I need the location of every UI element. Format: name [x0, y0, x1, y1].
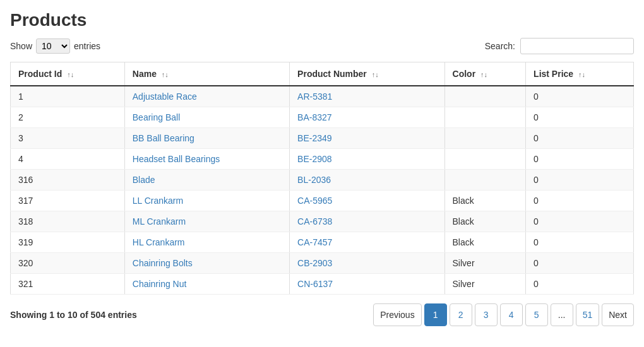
table-row: 316BladeBL-20360	[11, 170, 634, 191]
cell-product-id: 2	[11, 107, 125, 128]
cell-name[interactable]: ML Crankarm	[124, 211, 289, 232]
product-name-link[interactable]: Chainring Nut	[133, 279, 187, 289]
cell-product-id: 316	[11, 170, 125, 191]
product-number-link[interactable]: CA-7457	[297, 237, 332, 247]
product-number-link[interactable]: BL-2036	[297, 175, 331, 185]
product-name-link[interactable]: Blade	[133, 175, 155, 185]
showing-info: Showing 1 to 10 of 504 entries	[10, 310, 137, 320]
col-header-color[interactable]: Color ↑↓	[444, 62, 526, 86]
search-input[interactable]	[520, 38, 634, 54]
sort-icon-product-number: ↑↓	[372, 71, 379, 78]
product-number-link[interactable]: CA-5965	[297, 196, 332, 206]
product-number-link[interactable]: BE-2908	[297, 154, 331, 164]
table-row: 317LL CrankarmCA-5965Black0	[11, 191, 634, 211]
product-number-link[interactable]: CN-6137	[297, 279, 333, 289]
table-row: 3BB Ball BearingBE-23490	[11, 128, 634, 149]
cell-product-number[interactable]: CB-2903	[290, 253, 444, 274]
col-label-product-number: Product Number	[297, 69, 367, 79]
page-title: Products	[10, 10, 634, 30]
sort-icon-product-id: ↑↓	[67, 71, 74, 78]
table-row: 4Headset Ball BearingsBE-29080	[11, 149, 634, 170]
entries-select[interactable]: 10 25 50 100	[36, 38, 70, 54]
showing-suffix: entries	[108, 310, 137, 320]
cell-product-number[interactable]: CN-6137	[290, 274, 444, 295]
page-51-button[interactable]: 51	[576, 303, 600, 326]
cell-product-number[interactable]: CA-5965	[290, 191, 444, 211]
col-label-list-price: List Price	[534, 69, 573, 79]
ellipsis-button: ...	[551, 303, 573, 326]
entries-label: entries	[74, 41, 100, 51]
col-header-list-price[interactable]: List Price ↑↓	[526, 62, 634, 86]
page-4-button[interactable]: 4	[500, 303, 523, 326]
cell-product-number[interactable]: BL-2036	[290, 170, 444, 191]
page-3-button[interactable]: 3	[475, 303, 498, 326]
products-table: Product Id ↑↓ Name ↑↓ Product Number ↑↓ …	[10, 62, 634, 295]
product-number-link[interactable]: BE-2349	[297, 133, 331, 143]
col-header-product-id[interactable]: Product Id ↑↓	[11, 62, 125, 86]
product-name-link[interactable]: Chainring Bolts	[133, 258, 193, 268]
col-header-name[interactable]: Name ↑↓	[124, 62, 289, 86]
cell-name[interactable]: Headset Ball Bearings	[124, 149, 289, 170]
table-header-row: Product Id ↑↓ Name ↑↓ Product Number ↑↓ …	[11, 62, 634, 86]
search-label: Search:	[485, 41, 515, 51]
product-name-link[interactable]: Bearing Ball	[133, 112, 181, 122]
cell-name[interactable]: Bearing Ball	[124, 107, 289, 128]
table-row: 2Bearing BallBA-83270	[11, 107, 634, 128]
cell-color: Black	[444, 232, 526, 253]
cell-list-price: 0	[526, 149, 634, 170]
cell-product-number[interactable]: CA-6738	[290, 211, 444, 232]
cell-name[interactable]: Adjustable Race	[124, 86, 289, 107]
sort-icon-name: ↑↓	[162, 71, 169, 78]
table-row: 320Chainring BoltsCB-2903Silver0	[11, 253, 634, 274]
cell-name[interactable]: BB Ball Bearing	[124, 128, 289, 149]
cell-list-price: 0	[526, 211, 634, 232]
cell-product-id: 321	[11, 274, 125, 295]
page-5-button[interactable]: 5	[525, 303, 548, 326]
product-number-link[interactable]: BA-8327	[297, 112, 331, 122]
col-label-name: Name	[133, 69, 157, 79]
product-name-link[interactable]: HL Crankarm	[133, 237, 185, 247]
cell-product-id: 320	[11, 253, 125, 274]
product-number-link[interactable]: AR-5381	[297, 91, 332, 102]
next-button[interactable]: Next	[602, 303, 634, 326]
product-name-link[interactable]: ML Crankarm	[133, 216, 186, 226]
cell-color: Black	[444, 191, 526, 211]
showing-prefix: Showing	[10, 310, 49, 320]
page-1-button[interactable]: 1	[424, 303, 447, 326]
sort-icon-list-price: ↑↓	[578, 71, 585, 78]
page-2-button[interactable]: 2	[450, 303, 472, 326]
cell-name[interactable]: Chainring Nut	[124, 274, 289, 295]
cell-product-number[interactable]: BA-8327	[290, 107, 444, 128]
show-label: Show	[10, 41, 32, 51]
sort-icon-color: ↑↓	[480, 71, 487, 78]
cell-list-price: 0	[526, 128, 634, 149]
product-name-link[interactable]: BB Ball Bearing	[133, 133, 194, 143]
cell-name[interactable]: LL Crankarm	[124, 191, 289, 211]
top-controls: Show 10 25 50 100 entries Search:	[10, 38, 634, 54]
table-row: 1Adjustable RaceAR-53810	[11, 86, 634, 107]
show-entries-control: Show 10 25 50 100 entries	[10, 38, 100, 54]
previous-button[interactable]: Previous	[373, 303, 421, 326]
cell-name[interactable]: Blade	[124, 170, 289, 191]
cell-list-price: 0	[526, 274, 634, 295]
col-header-product-number[interactable]: Product Number ↑↓	[290, 62, 444, 86]
product-name-link[interactable]: LL Crankarm	[133, 196, 183, 206]
col-label-color: Color	[453, 69, 476, 79]
product-name-link[interactable]: Adjustable Race	[133, 91, 197, 102]
cell-product-number[interactable]: BE-2349	[290, 128, 444, 149]
cell-product-number[interactable]: AR-5381	[290, 86, 444, 107]
cell-product-id: 3	[11, 128, 125, 149]
cell-product-id: 317	[11, 191, 125, 211]
cell-name[interactable]: HL Crankarm	[124, 232, 289, 253]
product-number-link[interactable]: CA-6738	[297, 216, 332, 226]
bottom-controls: Showing 1 to 10 of 504 entries Previous …	[10, 303, 634, 326]
cell-name[interactable]: Chainring Bolts	[124, 253, 289, 274]
cell-product-number[interactable]: BE-2908	[290, 149, 444, 170]
cell-color: Silver	[444, 274, 526, 295]
cell-product-number[interactable]: CA-7457	[290, 232, 444, 253]
showing-range: 1 to 10 of 504	[49, 310, 105, 320]
product-number-link[interactable]: CB-2903	[297, 258, 332, 268]
cell-product-id: 4	[11, 149, 125, 170]
search-box: Search:	[485, 38, 634, 54]
product-name-link[interactable]: Headset Ball Bearings	[133, 154, 220, 164]
